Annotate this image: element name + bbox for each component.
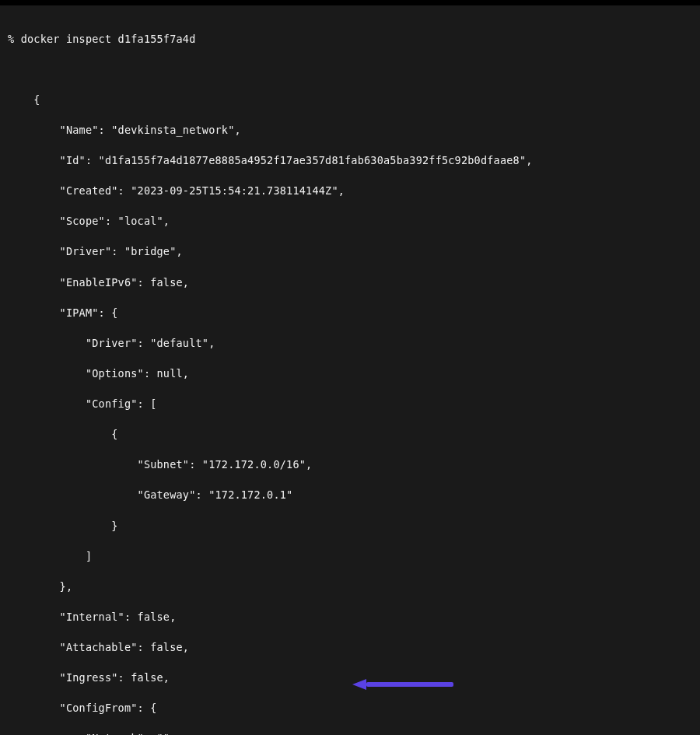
json-scope: "Scope": "local", — [8, 214, 692, 229]
json-ipam-gateway: "Gateway": "172.172.0.1" — [8, 488, 692, 503]
terminal-output[interactable]: % docker inspect d1fa155f7a4d { "Name": … — [0, 5, 700, 735]
json-ingress: "Ingress": false, — [8, 670, 692, 686]
json-line: { — [8, 93, 692, 108]
window-top-bar — [0, 0, 700, 5]
json-internal: "Internal": false, — [8, 610, 692, 625]
json-ipam-open: "IPAM": { — [8, 306, 692, 321]
json-created: "Created": "2023-09-25T15:54:21.73811414… — [8, 184, 692, 199]
json-name: "Name": "devkinsta_network", — [8, 123, 692, 138]
blank-line — [8, 62, 692, 78]
json-ipam-driver: "Driver": "default", — [8, 336, 692, 352]
json-ipam-subnet: "Subnet": "172.172.0.0/16", — [8, 457, 692, 473]
json-enableipv6: "EnableIPv6": false, — [8, 275, 692, 291]
json-attachable: "Attachable": false, — [8, 640, 692, 656]
json-ipam-config-open: "Config": [ — [8, 397, 692, 412]
shell-prompt: % docker inspect d1fa155f7a4d — [8, 32, 692, 47]
json-ipam-cfg-brace: { — [8, 427, 692, 443]
json-ipam-cfg-brace-close: } — [8, 519, 692, 534]
json-configfrom-network: "Network": "" — [8, 731, 692, 735]
json-ipam-options: "Options": null, — [8, 366, 692, 382]
json-id: "Id": "d1fa155f7a4d1877e8885a4952f17ae35… — [8, 153, 692, 169]
json-ipam-config-close: ] — [8, 549, 692, 565]
json-driver: "Driver": "bridge", — [8, 244, 692, 260]
json-ipam-close: }, — [8, 579, 692, 595]
json-configfrom-open: "ConfigFrom": { — [8, 701, 692, 716]
